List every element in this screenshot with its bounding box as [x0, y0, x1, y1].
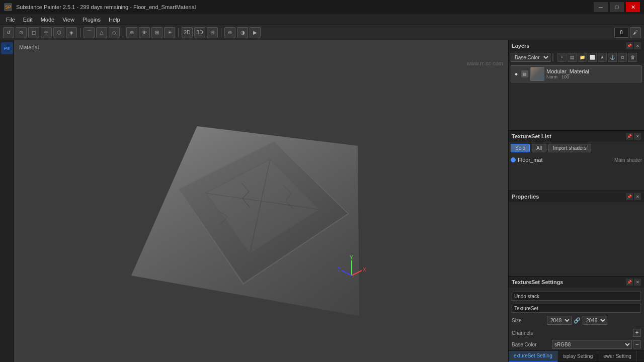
- layer-sub: Norm 100: [546, 74, 639, 79]
- textureset-settings-header: TextureSet Settings 📌 ✕: [509, 277, 644, 288]
- channel-select[interactable]: Base Color Height Roughness Metallic: [511, 53, 550, 62]
- layer-thumbnail: [530, 67, 544, 81]
- minimize-button[interactable]: ─: [594, 2, 608, 12]
- menu-plugins[interactable]: Plugins: [78, 16, 105, 24]
- tool-polygon[interactable]: ◇: [109, 27, 120, 38]
- layers-panel-pin[interactable]: 📌: [626, 42, 633, 49]
- svg-text:Y: Y: [350, 255, 353, 260]
- brush-size-input[interactable]: [614, 28, 628, 38]
- ts-radio-button[interactable]: [511, 157, 516, 162]
- mask-btn[interactable]: ⬜: [588, 53, 597, 62]
- textureset-bottom-tabs: extureSet Setting isplay Setting ewer Se…: [509, 350, 644, 361]
- tool-move[interactable]: ↺: [3, 27, 14, 38]
- size-width-select[interactable]: 2048 1024 512: [547, 316, 572, 325]
- layers-panel: Layers 📌 ✕ Base Color Height Roughness M…: [509, 40, 644, 131]
- layers-panel-close[interactable]: ✕: [634, 42, 641, 49]
- viewport[interactable]: Material: [14, 40, 508, 362]
- ps-sidebar: Ps: [0, 40, 14, 362]
- tab-textureset-setting[interactable]: extureSet Setting: [509, 351, 558, 362]
- main-toolbar: ↺ ⊙ ◻ ✏ ⬡ ◈ ⌒ △ ◇ ⊕ 👁 ⊞ ☀ 2D 3D ⊟ ⊛ ◑ ▶ …: [0, 25, 644, 40]
- tool-fill[interactable]: ⬡: [53, 27, 64, 38]
- anchor-btn[interactable]: ⚓: [608, 53, 617, 62]
- tab-display-label: isplay Setting: [563, 353, 593, 359]
- tool-light[interactable]: ☀: [164, 27, 175, 38]
- properties-panel-title: Properties: [512, 194, 626, 200]
- textureset-item[interactable]: Floor_mat Main shader: [511, 154, 642, 165]
- menubar: File Edit Mode View Plugins Help: [0, 14, 644, 25]
- duplicate-btn[interactable]: ⧉: [618, 53, 627, 62]
- properties-pin[interactable]: 📌: [626, 193, 633, 200]
- tool-3d[interactable]: 3D: [194, 27, 205, 38]
- tab-ts-label: extureSet Setting: [514, 353, 552, 358]
- tool-curve[interactable]: ⌒: [84, 27, 95, 38]
- textureset-label-input[interactable]: [512, 304, 641, 313]
- svg-rect-13: [131, 126, 359, 316]
- axes-gizmo: X Y Z: [337, 255, 367, 282]
- delete-btn[interactable]: 🗑: [628, 53, 637, 62]
- channel-base-color-select[interactable]: sRGB8 RGB8 RGB16F: [552, 340, 632, 349]
- ts-solo-btn[interactable]: Solo: [511, 144, 530, 152]
- tool-eraser[interactable]: ◻: [28, 27, 39, 38]
- tool-env[interactable]: ⊛: [224, 27, 235, 38]
- window-controls: ─ □ ✕: [594, 2, 640, 12]
- tool-picker[interactable]: ⊕: [126, 27, 137, 38]
- menu-file[interactable]: File: [2, 16, 19, 24]
- tool-shade[interactable]: ◑: [237, 27, 248, 38]
- add-folder-btn[interactable]: 📁: [578, 53, 587, 62]
- ts-settings-close[interactable]: ✕: [634, 279, 641, 286]
- ts-item-name: Floor_mat: [518, 157, 612, 163]
- tool-2d[interactable]: 2D: [182, 27, 193, 38]
- main-layout: Ps Material: [0, 40, 644, 362]
- layers-icons: + ▤ 📁 ⬜ ★ ⚓ ⧉ 🗑: [557, 53, 637, 62]
- menu-edit[interactable]: Edit: [19, 16, 37, 24]
- tool-split[interactable]: ⊟: [207, 27, 218, 38]
- size-height-select[interactable]: 2048 1024 512: [583, 316, 607, 325]
- menu-help[interactable]: Help: [105, 16, 124, 24]
- svg-text:Z: Z: [338, 267, 341, 273]
- toolbar-separator-1: [80, 28, 80, 37]
- tab-viewer-label: ewer Setting: [603, 353, 631, 359]
- viewport-canvas: X Y Z: [14, 40, 508, 362]
- ts-import-shaders-btn[interactable]: Import shaders: [548, 144, 591, 152]
- toolbar-separator-4: [221, 28, 221, 37]
- tool-smudge[interactable]: ✏: [41, 27, 52, 38]
- remove-base-color-btn[interactable]: −: [633, 340, 641, 348]
- properties-panel: Properties 📌 ✕: [509, 191, 644, 277]
- svg-text:X: X: [363, 267, 366, 273]
- textureset-list-panel: TextureSet List 📌 ✕ Solo All Import shad…: [509, 131, 644, 191]
- undo-stack-input[interactable]: [512, 292, 641, 301]
- layer-type-icon: ▤: [521, 70, 528, 77]
- svg-line-16: [352, 270, 362, 276]
- textureset-list-close[interactable]: ✕: [634, 133, 641, 140]
- textureset-settings-title: TextureSet Settings: [512, 279, 626, 285]
- ts-all-btn[interactable]: All: [532, 144, 546, 152]
- menu-view[interactable]: View: [58, 16, 78, 24]
- add-paint-layer-btn[interactable]: +: [557, 53, 567, 62]
- close-button[interactable]: ✕: [626, 2, 640, 12]
- channels-label: Channels: [512, 330, 633, 336]
- effect-btn[interactable]: ★: [598, 53, 607, 62]
- tool-stamp[interactable]: ◈: [66, 27, 77, 38]
- menu-mode[interactable]: Mode: [37, 16, 59, 24]
- tool-paint[interactable]: ⊙: [16, 27, 27, 38]
- table-row[interactable]: ● ▤ Modular_Material Norm 100: [511, 65, 642, 82]
- size-separator: 🔗: [574, 317, 581, 324]
- tool-camera[interactable]: ⊞: [151, 27, 163, 38]
- properties-close[interactable]: ✕: [634, 193, 641, 200]
- textureset-list-pin[interactable]: 📌: [626, 133, 633, 140]
- restore-button[interactable]: □: [610, 2, 624, 12]
- textureset-settings-panel: TextureSet Settings 📌 ✕ Size: [509, 277, 644, 362]
- add-fill-layer-btn[interactable]: ▤: [568, 53, 577, 62]
- layer-visibility-toggle[interactable]: ●: [513, 71, 519, 77]
- tool-render[interactable]: ▶: [250, 27, 261, 38]
- tool-view[interactable]: 👁: [139, 27, 150, 38]
- brush-tool-btn[interactable]: 🖌: [630, 27, 641, 38]
- viewport-label: Material: [19, 44, 39, 50]
- ts-settings-pin[interactable]: 📌: [626, 279, 633, 286]
- tab-viewer-setting[interactable]: ewer Setting: [598, 351, 637, 362]
- tool-geo[interactable]: △: [96, 27, 107, 38]
- textureset-list-header: TextureSet List 📌 ✕: [509, 131, 644, 142]
- tab-display-setting[interactable]: isplay Setting: [558, 351, 598, 362]
- add-channel-button[interactable]: +: [633, 329, 641, 337]
- layers-panel-title: Layers: [512, 43, 626, 49]
